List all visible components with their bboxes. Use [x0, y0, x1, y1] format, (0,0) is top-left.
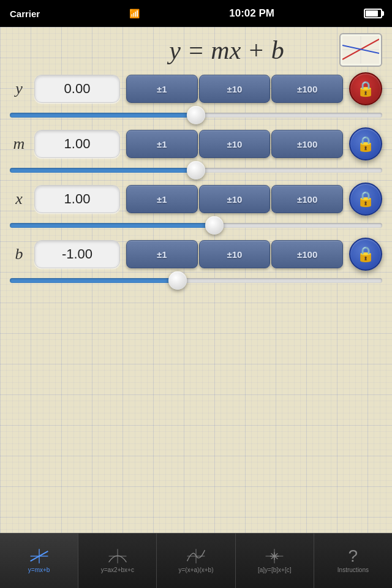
tab-ymxb-icon: [28, 548, 50, 564]
y-label: y: [10, 80, 28, 98]
b-step-buttons: ±1 ±10 ±100: [126, 240, 343, 268]
tab-instructions-icon: ?: [342, 548, 364, 564]
m-step-buttons: ±1 ±10 ±100: [126, 130, 343, 158]
b-step-10[interactable]: ±10: [199, 240, 271, 268]
tab-general[interactable]: [a]y=[b]x+[c]: [236, 533, 314, 588]
y-lock-icon: 🔒: [356, 80, 375, 97]
tab-quadratic-icon: [107, 548, 129, 564]
tab-ymxb-label: y=mx+b: [28, 567, 50, 573]
x-step-buttons: ±1 ±10 ±100: [126, 185, 343, 213]
m-step-100[interactable]: ±100: [271, 130, 343, 158]
m-value-display: 1.00: [34, 130, 120, 158]
x-step-100[interactable]: ±100: [271, 185, 343, 213]
tab-quadratic[interactable]: y=ax2+bx+c: [78, 533, 157, 588]
tab-bar: y=mx+b y=ax2+bx+c y=(x+a)(x+b): [0, 533, 392, 588]
tab-factored-icon: [185, 548, 207, 564]
m-lock-icon: 🔒: [356, 135, 375, 153]
tab-general-label: [a]y=[b]x+[c]: [258, 567, 291, 573]
tab-ymxb[interactable]: y=mx+b: [0, 533, 78, 588]
b-slider-thumb[interactable]: [168, 271, 187, 290]
m-step-10[interactable]: ±10: [199, 130, 271, 158]
status-bar: Carrier 📶 10:02 PM: [0, 0, 392, 27]
y-slider-row: [0, 113, 392, 118]
m-slider-row: [0, 168, 392, 173]
b-step-100[interactable]: ±100: [271, 240, 343, 268]
x-step-10[interactable]: ±10: [199, 185, 271, 213]
m-variable-section: m 1.00 ±1 ±10 ±100 🔒: [0, 125, 392, 167]
tab-instructions-label: Instructions: [337, 567, 369, 573]
b-step-1[interactable]: ±1: [126, 240, 198, 268]
b-slider-row: [0, 278, 392, 283]
y-step-100[interactable]: ±100: [271, 75, 343, 103]
x-label: x: [10, 190, 28, 208]
graph-preview-svg: [342, 36, 379, 64]
y-step-1[interactable]: ±1: [126, 75, 198, 103]
y-slider-thumb[interactable]: [187, 106, 205, 124]
tab-general-icon: [263, 548, 285, 564]
x-slider-thumb[interactable]: [205, 216, 224, 235]
wifi-icon: 📶: [129, 9, 140, 18]
battery-icon: [364, 9, 382, 18]
x-variable-row: x 1.00 ±1 ±10 ±100 🔒: [10, 183, 382, 216]
m-slider-track[interactable]: [10, 168, 382, 173]
x-step-1[interactable]: ±1: [126, 185, 198, 213]
x-lock-button[interactable]: 🔒: [349, 183, 382, 216]
m-variable-row: m 1.00 ±1 ±10 ±100 🔒: [10, 127, 382, 160]
y-lock-button[interactable]: 🔒: [349, 72, 382, 105]
b-lock-button[interactable]: 🔒: [349, 238, 382, 271]
b-label: b: [10, 245, 28, 263]
y-step-10[interactable]: ±10: [199, 75, 271, 103]
graph-thumbnail[interactable]: [339, 33, 382, 67]
m-slider-thumb[interactable]: [187, 161, 205, 179]
tab-factored-label: y=(x+a)(x+b): [179, 567, 214, 573]
x-variable-section: x 1.00 ±1 ±10 ±100 🔒: [0, 180, 392, 222]
tab-factored[interactable]: y=(x+a)(x+b): [157, 533, 235, 588]
x-lock-icon: 🔒: [356, 190, 375, 208]
tab-quadratic-label: y=ax2+bx+c: [101, 567, 134, 573]
x-value-display: 1.00: [34, 185, 120, 213]
m-lock-button[interactable]: 🔒: [349, 127, 382, 160]
y-variable-section: y 0.00 ±1 ±10 ±100 🔒: [0, 70, 392, 111]
y-value-display: 0.00: [34, 75, 120, 103]
m-label: m: [10, 135, 28, 153]
tab-instructions[interactable]: ? Instructions: [314, 533, 392, 588]
x-slider-row: [0, 223, 392, 228]
b-value-display: -1.00: [34, 240, 120, 268]
y-variable-row: y 0.00 ±1 ±10 ±100 🔒: [10, 72, 382, 105]
time-display: 10:02 PM: [229, 7, 274, 20]
y-step-buttons: ±1 ±10 ±100: [126, 75, 343, 103]
b-variable-section: b -1.00 ±1 ±10 ±100 🔒: [0, 235, 392, 277]
x-slider-track[interactable]: [10, 223, 382, 228]
m-step-1[interactable]: ±1: [126, 130, 198, 158]
formula-header: y = mx + b: [0, 27, 392, 70]
carrier-label: Carrier: [10, 9, 40, 19]
b-slider-track[interactable]: [10, 278, 382, 283]
b-lock-icon: 🔒: [356, 246, 375, 263]
main-content: y = mx + b y 0.00 ±1 ±10 ±100: [0, 27, 392, 533]
y-slider-track[interactable]: [10, 113, 382, 118]
b-variable-row: b -1.00 ±1 ±10 ±100 🔒: [10, 238, 382, 271]
